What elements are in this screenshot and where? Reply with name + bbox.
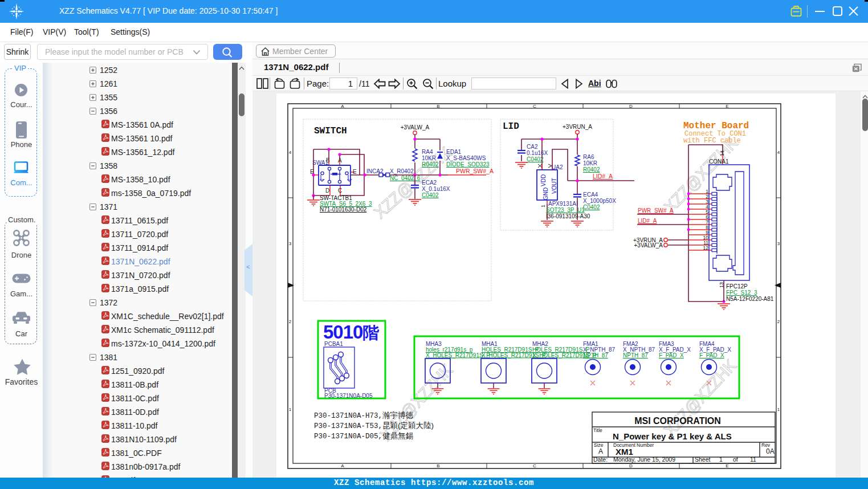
svg-text:3: 3 — [777, 241, 780, 246]
svg-text:1: 1 — [719, 456, 723, 463]
svg-text:10KR: 10KR — [583, 160, 597, 166]
svg-text:of: of — [733, 456, 738, 463]
svg-text:B: B — [437, 104, 439, 109]
svg-text:1: 1 — [777, 407, 780, 412]
svg-text:R0402: R0402 — [583, 166, 600, 173]
svg-text:Sheet: Sheet — [695, 456, 711, 463]
svg-text:E: E — [353, 169, 357, 175]
svg-text:FPC12P: FPC12P — [726, 283, 748, 290]
svg-text:C: C — [533, 104, 536, 109]
svg-text:N71-0101630-D02: N71-0101630-D02 — [320, 206, 367, 213]
svg-text:+3VALW_A: +3VALW_A — [634, 242, 663, 248]
svg-text:R0402: R0402 — [422, 161, 439, 168]
svg-text:Title: Title — [593, 427, 602, 433]
svg-text:D: D — [629, 463, 633, 468]
svg-text:MSI CORPORATION: MSI CORPORATION — [634, 416, 721, 426]
svg-text:D: D — [629, 104, 633, 109]
svg-text:P30-1371N0A-D05,健鼎無錫: P30-1371N0A-D05,健鼎無錫 — [314, 431, 413, 441]
svg-text:VOUT: VOUT — [551, 178, 557, 194]
svg-text:PCBA1: PCBA1 — [324, 341, 343, 347]
svg-text:with FFC cable: with FFC cable — [683, 137, 741, 145]
svg-text:LID#_A: LID#_A — [638, 218, 657, 224]
svg-text:PWR_SW#_A: PWR_SW#_A — [456, 168, 494, 174]
svg-text:F_PAD_X: F_PAD_X — [699, 352, 724, 358]
svg-text:P30-1371N0A-D05: P30-1371N0A-D05 — [324, 393, 373, 399]
svg-text:F_PAD_X: F_PAD_X — [659, 352, 684, 358]
svg-text:10KR: 10KR — [422, 155, 436, 161]
svg-text:3: 3 — [289, 241, 292, 246]
svg-text:LID#_A: LID#_A — [593, 173, 613, 180]
svg-text:EDA1: EDA1 — [446, 149, 462, 155]
svg-text:FPC_S12_3: FPC_S12_3 — [726, 290, 757, 296]
svg-text:1: 1 — [289, 407, 292, 412]
svg-text:0A: 0A — [766, 447, 775, 455]
svg-text:DIODE_SOD323: DIODE_SOD323 — [446, 161, 490, 168]
svg-text:PWR_SW#_A: PWR_SW#_A — [638, 207, 674, 214]
svg-text:B: B — [437, 463, 439, 468]
svg-text:NPTH_87: NPTH_87 — [583, 352, 608, 358]
svg-text:11: 11 — [750, 456, 756, 463]
svg-text:E: E — [726, 104, 728, 109]
svg-text:12: 12 — [703, 245, 709, 251]
svg-text:ECA2: ECA2 — [422, 180, 437, 186]
svg-text:P30-1371N0A-T53,昆穎(定穎大陸): P30-1371N0A-T53,昆穎(定穎大陸) — [314, 421, 434, 430]
svg-text:SWITCH: SWITCH — [314, 126, 347, 136]
svg-text:GND: GND — [543, 188, 549, 200]
svg-text:A: A — [341, 104, 344, 109]
svg-text:APX9131AI: APX9131AI — [548, 201, 578, 207]
svg-text:E: E — [726, 463, 728, 468]
svg-text:Date:: Date: — [593, 456, 608, 463]
svg-text:5010階: 5010階 — [323, 321, 379, 343]
svg-text:X_S-BAS40WS: X_S-BAS40WS — [446, 155, 486, 161]
svg-text:13: 13 — [719, 282, 724, 288]
svg-text:X_0.1u16X: X_0.1u16X — [422, 186, 450, 192]
svg-text:A: A — [338, 157, 342, 164]
svg-text:VDD: VDD — [540, 174, 547, 186]
svg-text:X_1000p50X: X_1000p50X — [583, 198, 616, 204]
svg-text:NPTH_87: NPTH_87 — [623, 352, 648, 358]
svg-text:2: 2 — [777, 319, 780, 324]
svg-text:D: D — [325, 188, 329, 194]
svg-text:C0402: C0402 — [583, 204, 600, 210]
svg-text:1: 1 — [540, 205, 546, 207]
svg-text:XM1: XM1 — [616, 447, 633, 457]
svg-text:A: A — [598, 447, 603, 455]
svg-text:C: C — [338, 188, 342, 194]
svg-text:C0402: C0402 — [527, 156, 544, 162]
svg-text:A: A — [341, 463, 344, 468]
svg-text:2: 2 — [289, 319, 292, 324]
svg-text:C0402: C0402 — [422, 192, 439, 198]
svg-text:0.1u16X: 0.1u16X — [527, 150, 548, 156]
svg-text:+3VRUN_A: +3VRUN_A — [563, 124, 592, 130]
svg-text:C: C — [533, 463, 536, 468]
svg-text:X_HOLES_R217D91S_P: X_HOLES_R217D91S_P — [426, 352, 490, 358]
svg-text:N5A-12F0220-A81: N5A-12F0220-A81 — [726, 296, 774, 302]
svg-text:SWA1: SWA1 — [312, 160, 328, 166]
svg-text:SOT23_3P_U1: SOT23_3P_U1 — [546, 207, 585, 213]
svg-text:CONA1: CONA1 — [709, 158, 729, 165]
svg-text:RA4: RA4 — [422, 149, 433, 155]
svg-text:14: 14 — [719, 150, 725, 156]
svg-text:4: 4 — [289, 150, 292, 155]
svg-text:N_Power key & P1 key & ALS: N_Power key & P1 key & ALS — [613, 431, 732, 441]
svg-text:ECA4: ECA4 — [583, 191, 598, 198]
svg-text:CA2: CA2 — [527, 144, 538, 150]
svg-text:I36-0913109-A30: I36-0913109-A30 — [546, 213, 590, 219]
svg-text:Monday, June 15, 2009: Monday, June 15, 2009 — [613, 456, 675, 463]
svg-text:4: 4 — [777, 150, 780, 155]
svg-text:+3VALW_A: +3VALW_A — [401, 124, 430, 131]
svg-text:P30-1371N0A-H73,瀚宇博德: P30-1371N0A-H73,瀚宇博德 — [314, 411, 414, 420]
svg-text:RA6: RA6 — [583, 154, 594, 160]
svg-text:X_R0402: X_R0402 — [390, 168, 414, 174]
svg-text:LID: LID — [503, 121, 519, 132]
